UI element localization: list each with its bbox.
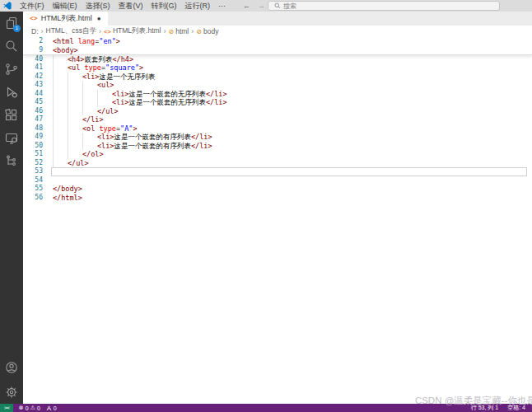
code-token: </li> — [206, 90, 227, 98]
problems-indicator[interactable]: ⊗ 0 ⚠ 0 — [19, 405, 40, 411]
line-number[interactable]: 9 — [23, 46, 51, 55]
line-content[interactable]: </ol> — [51, 150, 527, 159]
line-number[interactable]: 47 — [23, 115, 51, 124]
line-content[interactable]: <h4>嵌套列表</h4> — [51, 55, 527, 64]
line-content[interactable]: <li>这是一个无序列表 — [51, 73, 527, 82]
line-content[interactable]: <li>这是一个嵌套的无序列表</li> — [51, 90, 527, 99]
line-number[interactable]: 50 — [23, 142, 51, 151]
line-number[interactable]: 44 — [23, 90, 51, 99]
code-line-2[interactable]: 2<html lang="en"> — [23, 37, 532, 46]
line-number[interactable]: 49 — [23, 133, 51, 142]
sidebar-item-run-debug[interactable] — [0, 81, 23, 104]
back-arrow-icon[interactable]: ← — [243, 2, 250, 10]
menu-item[interactable]: 查看(V) — [114, 1, 147, 12]
status-item[interactable]: 空格: 4 — [507, 404, 525, 412]
sidebar-item-source-control[interactable] — [0, 58, 23, 81]
breadcrumb-item[interactable]: D: — [30, 27, 40, 35]
line-content[interactable]: <html lang="en"> — [51, 37, 527, 46]
tab-html-list[interactable]: <> HTML列表.html ● — [23, 12, 108, 26]
line-content[interactable]: <li>这是一个嵌套的有序列表</li> — [51, 142, 527, 151]
menu-overflow-button[interactable]: ··· — [214, 2, 230, 10]
line-content[interactable]: </html> — [51, 194, 527, 203]
code-token: <ol — [82, 124, 95, 133]
line-content[interactable] — [51, 176, 527, 185]
menu-item[interactable]: 编辑(E) — [49, 1, 82, 12]
code-line-47[interactable]: 47</li> — [23, 115, 532, 124]
line-number[interactable]: 56 — [23, 194, 51, 203]
indent-guides — [53, 150, 82, 159]
line-content[interactable] — [51, 167, 527, 176]
code-line-42[interactable]: 42<li>这是一个无序列表 — [23, 73, 532, 82]
code-token: </h4> — [112, 55, 133, 63]
line-number[interactable]: 54 — [23, 176, 51, 185]
line-content[interactable]: <ul type="square"> — [51, 63, 527, 73]
line-number[interactable]: 42 — [23, 73, 51, 82]
ports-indicator[interactable]: 0 — [46, 405, 57, 411]
list-tree-icon — [5, 155, 18, 168]
code-line-52[interactable]: 52</ul> — [23, 159, 532, 168]
code-line-50[interactable]: 50<li>这是一个嵌套的有序列表</li> — [23, 142, 532, 151]
code-token: </html> — [53, 194, 82, 202]
breadcrumb-separator-icon: › — [97, 27, 103, 35]
line-number[interactable]: 52 — [23, 159, 51, 168]
code-line-9[interactable]: 9<body> — [23, 46, 532, 55]
line-number[interactable]: 53 — [23, 167, 51, 176]
breadcrumb-item[interactable]: <>HTML列表.html — [103, 26, 162, 36]
line-number[interactable]: 40 — [23, 55, 51, 64]
code-line-48[interactable]: 48<ol type="A"> — [23, 124, 532, 133]
line-content[interactable]: </body> — [51, 185, 527, 194]
line-number[interactable]: 2 — [23, 37, 51, 46]
code-line-46[interactable]: 46</ul> — [23, 107, 532, 116]
menu-item[interactable]: 运行(R) — [181, 1, 215, 12]
sidebar-item-extensions[interactable] — [0, 104, 23, 127]
line-content[interactable]: </li> — [51, 115, 527, 124]
code-line-45[interactable]: 45<li>这是一个嵌套的无序列表</li> — [23, 98, 532, 107]
status-bar-right: 行 53, 列 1空格: 4 — [471, 404, 532, 412]
line-number[interactable]: 43 — [23, 81, 51, 90]
code-token: </li> — [191, 142, 212, 150]
code-line-49[interactable]: 49<li>这是一个嵌套的有序列表</li> — [23, 133, 532, 142]
code-editor[interactable]: 40<h4>嵌套列表</h4>41<ul type="square">42<li… — [23, 54, 532, 202]
code-line-53[interactable]: 53 — [23, 167, 532, 176]
line-number[interactable]: 45 — [23, 98, 51, 107]
line-content[interactable]: <ol type="A"> — [51, 124, 527, 133]
sidebar-item-search[interactable] — [0, 35, 23, 58]
code-line-43[interactable]: 43<ul> — [23, 81, 532, 90]
breadcrumb-item[interactable]: ⊘html — [167, 27, 189, 35]
code-line-40[interactable]: 40<h4>嵌套列表</h4> — [23, 55, 532, 64]
line-number[interactable]: 41 — [23, 63, 51, 73]
account-button[interactable] — [0, 356, 23, 379]
code-line-44[interactable]: 44<li>这是一个嵌套的无序列表</li> — [23, 90, 532, 99]
command-center-search[interactable]: 搜索 — [268, 1, 500, 11]
line-number[interactable]: 51 — [23, 150, 51, 159]
sticky-scroll: 2<html lang="en">9<body> — [23, 37, 532, 54]
sidebar-item-explorer[interactable]: 1 — [0, 12, 23, 35]
line-content[interactable]: </ul> — [51, 107, 527, 116]
sidebar-item-outline[interactable] — [0, 150, 23, 173]
code-line-41[interactable]: 41<ul type="square"> — [23, 63, 532, 73]
code-token: "en" — [99, 37, 115, 45]
menu-item[interactable]: 文件(F) — [16, 1, 49, 12]
code-line-54[interactable]: 54 — [23, 176, 532, 185]
code-line-55[interactable]: 55</body> — [23, 185, 532, 194]
line-content[interactable]: <body> — [51, 46, 527, 55]
settings-button[interactable] — [0, 381, 23, 404]
menu-item[interactable]: 选择(S) — [82, 1, 114, 12]
status-item[interactable]: 行 53, 列 1 — [471, 404, 498, 412]
line-content[interactable]: <li>这是一个嵌套的有序列表</li> — [51, 133, 527, 142]
remote-indicator[interactable]: >< — [0, 404, 13, 412]
code-line-56[interactable]: 56</html> — [23, 194, 532, 203]
line-content[interactable]: </ul> — [51, 159, 527, 168]
line-number[interactable]: 48 — [23, 124, 51, 133]
sidebar-item-remote-explorer[interactable] — [0, 127, 23, 150]
line-number[interactable]: 55 — [23, 185, 51, 194]
breadcrumb-item[interactable]: ⊘body — [195, 27, 219, 35]
code-line-51[interactable]: 51</ol> — [23, 150, 532, 159]
menu-item[interactable]: 转到(G) — [147, 1, 181, 12]
forward-arrow-icon[interactable]: → — [258, 2, 265, 10]
modified-dot-icon[interactable]: ● — [97, 15, 101, 22]
line-content[interactable]: <li>这是一个嵌套的无序列表</li> — [51, 98, 527, 107]
breadcrumb-item[interactable]: HTML、css自学 — [45, 26, 97, 36]
line-content[interactable]: <ul> — [51, 81, 527, 90]
line-number[interactable]: 46 — [23, 107, 51, 116]
